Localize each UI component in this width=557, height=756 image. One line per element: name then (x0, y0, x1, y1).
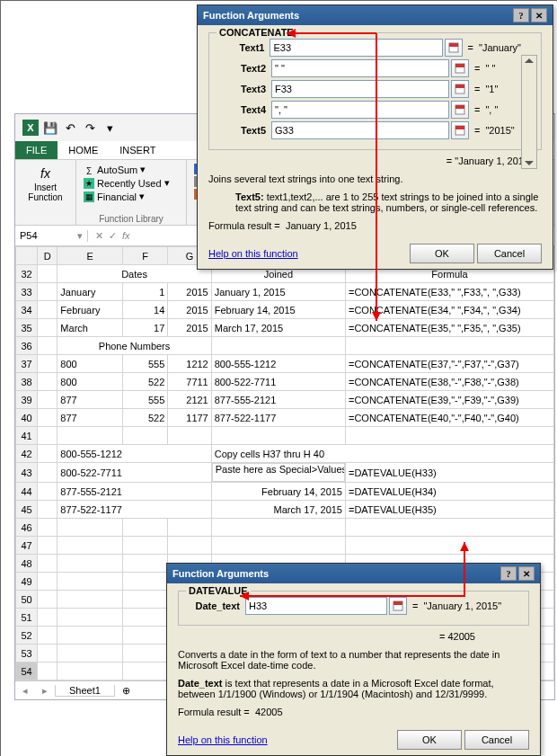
name-box[interactable]: P54▾ (15, 230, 88, 242)
row-header[interactable]: 47 (16, 537, 38, 555)
row-header[interactable]: 41 (16, 427, 38, 445)
arg-input[interactable] (271, 101, 449, 119)
cell[interactable]: 877-522-1177 (211, 409, 345, 427)
cell[interactable]: =CONCATENATE(E37,"-",F37,"-",G37) (345, 355, 553, 373)
cell[interactable]: 1 (122, 283, 167, 301)
dialog-titlebar[interactable]: Function Arguments ? ✕ (167, 564, 540, 583)
redo-button[interactable]: ↷ (82, 120, 98, 136)
insert-function-button[interactable]: InsertFunction (21, 182, 70, 202)
row-header[interactable]: 49 (16, 573, 38, 591)
cell[interactable]: 2015 (168, 283, 211, 301)
formula-enter-icon[interactable]: ✓ (109, 230, 117, 242)
cell[interactable]: February 14, 2015 (211, 301, 345, 319)
row-header[interactable]: 54 (16, 663, 38, 680)
row-header[interactable]: 35 (16, 319, 38, 337)
arg-input[interactable] (245, 597, 387, 615)
row-header[interactable]: 34 (16, 301, 38, 319)
row-header[interactable]: 32 (16, 265, 38, 283)
row-header[interactable]: 33 (16, 283, 38, 301)
row-header[interactable]: 46 (16, 519, 38, 537)
help-link[interactable]: Help on this function (208, 248, 298, 259)
cell[interactable]: 14 (122, 301, 167, 319)
cell[interactable]: Dates (57, 265, 211, 283)
cell[interactable]: January 1, 2015 (211, 283, 345, 301)
save-button[interactable]: 💾 (42, 120, 58, 136)
args-scrollbar[interactable] (521, 55, 537, 169)
cell[interactable]: 800-555-1212 (57, 445, 211, 463)
cell[interactable]: 2015 (168, 319, 211, 337)
ok-button[interactable]: OK (397, 730, 462, 750)
help-button[interactable]: ? (513, 8, 529, 22)
help-link[interactable]: Help on this function (178, 734, 268, 745)
cell[interactable]: Phone Numbers (57, 337, 211, 355)
cell[interactable]: Copy cells H37 thru H 40 (211, 445, 553, 463)
cell[interactable]: 800 (57, 355, 123, 373)
row-header[interactable]: 40 (16, 409, 38, 427)
autosum-button[interactable]: ∑AutoSum ▾ (82, 163, 181, 176)
cell[interactable]: =DATEVALUE(H35) (345, 501, 553, 519)
row-header[interactable]: 39 (16, 391, 38, 409)
cell[interactable]: March 17, 2015 (211, 501, 345, 519)
tab-home[interactable]: HOME (57, 141, 109, 159)
sheet-nav-prev-icon[interactable]: ◂ (15, 685, 35, 697)
cell[interactable]: =CONCATENATE(E39,"-",F39,"-",G39) (345, 391, 553, 409)
cancel-button[interactable]: Cancel (464, 730, 529, 750)
cell[interactable]: =CONCATENATE(E33," ",F33,", ",G33) (345, 283, 553, 301)
customize-qat-icon[interactable]: ▾ (102, 120, 118, 136)
cell[interactable]: 522 (122, 409, 167, 427)
sheet-tab[interactable]: Sheet1 (55, 685, 115, 697)
row-header[interactable]: 37 (16, 355, 38, 373)
formula-cancel-icon[interactable]: ✕ (95, 230, 103, 242)
chevron-down-icon[interactable]: ▾ (77, 230, 83, 242)
row-header[interactable]: 48 (16, 555, 38, 573)
cell[interactable]: =CONCATENATE(E38,"-",F38,"-",G38) (345, 373, 553, 391)
cell[interactable]: 7711 (168, 373, 211, 391)
cell[interactable]: 800 (57, 373, 123, 391)
arg-input[interactable] (270, 39, 443, 57)
row-header[interactable]: 50 (16, 591, 38, 609)
financial-button[interactable]: ▦Financial ▾ (82, 190, 181, 203)
close-button[interactable]: ✕ (518, 566, 535, 581)
sheet-nav-next-icon[interactable]: ▸ (35, 685, 55, 697)
row-header[interactable]: 53 (16, 645, 38, 663)
col-header[interactable]: F (122, 247, 167, 265)
cell[interactable]: =DATEVALUE(H33) (345, 463, 553, 483)
cell[interactable]: 800-555-1212 (211, 355, 345, 373)
cell[interactable]: February 14, 2015 (211, 483, 345, 501)
cell[interactable]: 877-522-1177 (57, 501, 211, 519)
arg-input[interactable] (271, 59, 449, 77)
cancel-button[interactable]: Cancel (477, 244, 542, 263)
cell[interactable]: 877 (57, 391, 123, 409)
cell[interactable]: 2121 (168, 391, 211, 409)
cell[interactable]: 800-522-7711 (211, 373, 345, 391)
row-header[interactable]: 38 (16, 373, 38, 391)
range-selector-icon[interactable] (389, 597, 407, 615)
close-button[interactable]: ✕ (531, 8, 547, 22)
row-header[interactable]: 51 (16, 609, 38, 627)
cell[interactable]: =DATEVALUE(H34) (345, 483, 553, 501)
range-selector-icon[interactable] (451, 101, 469, 119)
row-header[interactable]: 42 (16, 445, 38, 463)
cell[interactable]: 877-555-2121 (211, 391, 345, 409)
fx-icon[interactable]: fx (122, 230, 130, 242)
range-selector-icon[interactable] (451, 121, 469, 139)
cell[interactable]: Paste here as Special>Values42005 (212, 463, 345, 482)
dialog-titlebar[interactable]: Function Arguments ? ✕ (198, 5, 553, 25)
row-header[interactable]: 52 (16, 627, 38, 645)
cell[interactable]: 1177 (168, 409, 211, 427)
cell[interactable]: 555 (122, 391, 167, 409)
cell[interactable]: 800-522-7711 (57, 463, 211, 483)
cell[interactable]: March (57, 319, 123, 337)
cell[interactable]: 1212 (168, 355, 211, 373)
add-sheet-button[interactable]: ⊕ (115, 685, 137, 697)
cell[interactable]: February (57, 301, 123, 319)
cell[interactable]: 877-555-2121 (57, 483, 211, 501)
tab-file[interactable]: FILE (15, 141, 57, 159)
undo-button[interactable]: ↶ (62, 120, 78, 136)
help-button[interactable]: ? (500, 566, 517, 581)
col-header[interactable]: D (38, 247, 57, 265)
recently-used-button[interactable]: ★Recently Used ▾ (82, 176, 181, 190)
cell[interactable]: January (57, 283, 123, 301)
col-header[interactable]: E (57, 247, 123, 265)
arg-input[interactable] (271, 80, 449, 98)
